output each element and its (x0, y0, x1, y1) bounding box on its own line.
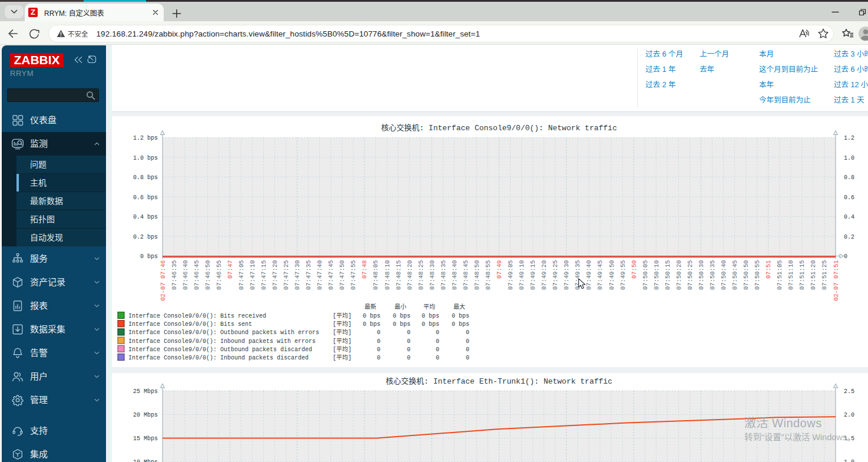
x-axis-label: 07:46:55 (216, 260, 223, 290)
x-axis-label: 07:49:15 (529, 260, 536, 290)
time-preset-link[interactable]: 上一个月 (700, 48, 729, 59)
sidebar-subitem[interactable]: 自动发现 (16, 229, 106, 246)
x-axis-label: 07:49 (496, 260, 503, 279)
y-axis-label-left: 10 Mbps (133, 459, 158, 462)
sidebar-subitem[interactable]: 主机 (16, 174, 106, 192)
sidebar-menu: 仪表盘监测问题主机最新数据拓扑图自动发现服务资产记录报表数据采集告警用户管理支持… (2, 108, 106, 462)
browser-tabstrip: Z RRYM: 自定义图表 (0, 2, 868, 21)
read-aloud-icon[interactable] (799, 28, 810, 39)
app: Z RRYM: 自定义图表 不安全 192.168.21.249/zabbix.… (0, 0, 868, 462)
zabbix-logo[interactable]: ZABBIX (10, 53, 64, 67)
window-minimize-button[interactable] (823, 3, 847, 21)
y-axis-label-right: 1.5 (844, 435, 854, 442)
legend-value: 0 bps (452, 313, 469, 319)
sidebar-search[interactable] (7, 88, 99, 102)
x-axis-label: 07:50:15 (664, 260, 671, 290)
sidebar-item-alerts[interactable]: 告警 (2, 341, 106, 365)
chart-card-ethtrunk: 核心交换机: Interface Eth-Trunk1(): Network t… (112, 373, 868, 462)
legend-swatch (118, 354, 124, 361)
y-axis-label-right: 2.0 (844, 412, 854, 418)
sidebar-item-services[interactable]: 服务 (2, 247, 106, 270)
x-axis-label: 07:48:40 (451, 260, 458, 290)
sidebar-item-administration[interactable]: 管理 (2, 388, 106, 412)
x-axis-label: 07:47:45 (327, 260, 334, 290)
sidebar-popout-button[interactable] (87, 55, 97, 64)
sidebar-item-dashboard[interactable]: 仪表盘 (2, 108, 106, 132)
support-icon (12, 425, 24, 437)
legend-swatch (118, 345, 124, 352)
time-preset-link[interactable]: 去年 (700, 63, 714, 74)
sidebar-item-reports[interactable]: 报表 (2, 294, 106, 318)
new-tab-button[interactable] (171, 8, 183, 19)
time-preset-link[interactable]: 过去 6 个月 (645, 48, 683, 59)
network-traffic-chart-console: 核心交换机: Interface Console9/0/0(): Network… (112, 116, 868, 367)
time-preset-link[interactable]: 过去 1 年 (645, 63, 675, 74)
legend-value: 0 bps (393, 313, 410, 319)
x-axis-label: 07:50:45 (731, 260, 738, 290)
sidebar-collapse-button[interactable] (74, 56, 83, 64)
legend-label: Interface Console9/0/0(): Inbound packet… (128, 355, 309, 361)
y-axis-label-left: 0.4 bps (133, 214, 158, 220)
x-axis-label: 07:49:50 (608, 260, 615, 290)
time-preset-link[interactable]: 今年到目前为止 (759, 94, 811, 105)
tab-close-icon[interactable] (151, 8, 160, 17)
x-axis-label: 07:48:45 (462, 260, 469, 290)
sidebar-subitem-label: 主机 (30, 174, 47, 192)
sidebar-subitem[interactable]: 问题 (16, 156, 106, 173)
browser-profile-avatar[interactable] (859, 27, 868, 41)
legend-value: 0 bps (422, 313, 439, 319)
x-axis-label: 07:48:10 (384, 260, 391, 290)
legend-value: 0 (436, 329, 439, 336)
time-preset-link[interactable]: 过去 12 小时 (834, 78, 868, 90)
x-axis-label: 07:51 (765, 260, 772, 279)
time-preset-link[interactable]: 过去 1 天 (834, 94, 864, 105)
sidebar-item-support[interactable]: 支持 (2, 419, 106, 443)
sidebar-item-monitoring[interactable]: 监测 (2, 132, 106, 156)
time-preset-link[interactable]: 本年 (759, 78, 774, 90)
legend-header: 平均 (423, 303, 435, 311)
time-preset-link[interactable]: 过去 6 小时 (834, 63, 868, 74)
x-axis-label: 07:48:20 (406, 260, 413, 289)
axis-arrow-right-icon (840, 254, 844, 258)
favorites-bar-icon[interactable] (842, 28, 854, 39)
sidebar-item-users[interactable]: 用户 (2, 365, 106, 388)
x-axis-label: 07:47:30 (294, 260, 301, 290)
sidebar-item-inventory[interactable]: 资产记录 (2, 270, 106, 294)
legend-value: 0 (407, 329, 410, 336)
time-preset-link[interactable]: 过去 2 年 (645, 78, 675, 90)
url-text[interactable]: 192.168.21.249/zabbix.php?action=charts.… (97, 29, 481, 38)
site-security-chip[interactable]: 不安全 (57, 29, 88, 38)
legend-swatch (118, 321, 124, 327)
time-preset-link[interactable]: 这个月到目前为止 (759, 63, 818, 74)
x-axis-label: 02-07 07:46 (160, 260, 167, 301)
x-axis-label: 07:48:55 (485, 260, 492, 290)
legend-value: 0 (466, 329, 469, 336)
axis-arrow-up-icon (161, 384, 165, 388)
legend-label: Interface Console9/0/0(): Outbound packe… (128, 329, 319, 336)
sidebar-subitem[interactable]: 最新数据 (16, 192, 106, 210)
favorite-star-icon[interactable] (817, 28, 829, 39)
zabbix-favicon: Z (28, 8, 38, 17)
refresh-button[interactable] (28, 28, 40, 39)
sidebar-subitem[interactable]: 拓扑图 (16, 210, 106, 228)
sidebar-submenu: 问题主机最新数据拓扑图自动发现 (2, 156, 106, 246)
back-button[interactable] (7, 28, 19, 39)
x-axis-label: 07:50:05 (642, 260, 649, 290)
address-bar[interactable]: 不安全 192.168.21.249/zabbix.php?action=cha… (48, 25, 834, 42)
time-preset-link[interactable]: 本月 (759, 48, 774, 59)
x-axis-label: 07:46:35 (171, 260, 178, 290)
tab-search-button[interactable] (5, 5, 24, 18)
sidebar-item-integrations[interactable]: 集成 (2, 443, 106, 462)
sidebar-item-label: 数据采集 (30, 318, 65, 341)
tab-title: RRYM: 自定义图表 (44, 8, 148, 18)
sidebar-item-data-collection[interactable]: 数据采集 (2, 318, 106, 341)
time-filter-panel: 过去 6 个月过去 1 年过去 2 年上一个月去年本月这个月到目前为止本年今年到… (112, 45, 868, 112)
y-axis-label-left: 1.0 bps (133, 155, 158, 161)
time-preset-link[interactable]: 过去 3 小时 (834, 48, 868, 59)
browser-tab[interactable]: Z RRYM: 自定义图表 (25, 4, 164, 21)
series-line-bits-sent (163, 256, 836, 257)
restore-icon (859, 8, 866, 16)
search-input[interactable] (11, 90, 85, 101)
legend-function: [平均] (333, 312, 352, 319)
window-restore-button[interactable] (850, 3, 868, 21)
